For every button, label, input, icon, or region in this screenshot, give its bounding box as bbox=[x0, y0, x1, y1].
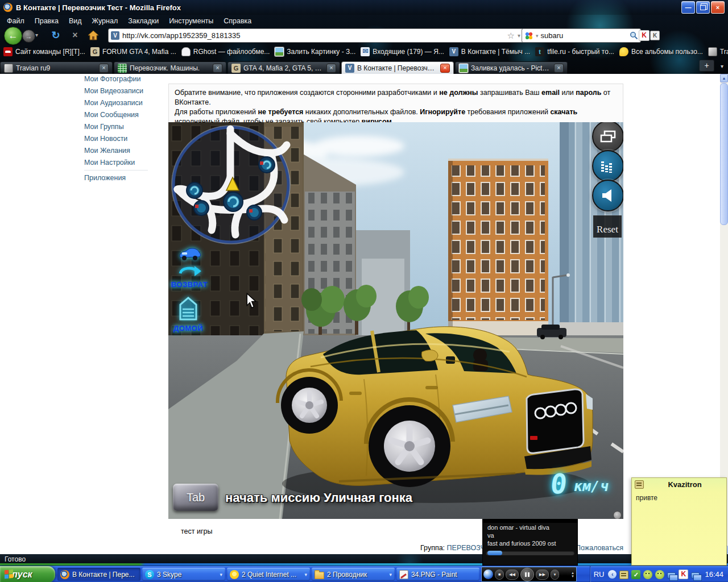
pause-button[interactable] bbox=[520, 568, 534, 581]
search-engine-dropdown-icon[interactable]: ▾ bbox=[536, 33, 539, 39]
taskbar-button[interactable]: 2 Проводник ▾ bbox=[312, 568, 395, 581]
kaspersky-icon[interactable]: K bbox=[639, 30, 650, 41]
tab-list-button[interactable]: ▾ bbox=[717, 61, 727, 72]
tab-close-icon[interactable]: × bbox=[326, 64, 336, 73]
antivirus-shield-icon[interactable]: ✓ bbox=[631, 570, 640, 579]
qip-icon bbox=[230, 570, 239, 579]
minimize-button[interactable]: — bbox=[681, 1, 695, 14]
bookmark-item[interactable]: Сайт команды [R][T]... bbox=[3, 47, 85, 56]
tab[interactable]: Перевозчик. Машины. × bbox=[114, 61, 226, 74]
sidebar-item[interactable]: Мои Новости bbox=[84, 133, 143, 145]
bookmark-item[interactable]: G FORUM GTA 4, Mafia ... bbox=[90, 47, 176, 56]
menu-bar: ФайлПравкаВидЖурналЗакладкиИнструментыСп… bbox=[0, 15, 728, 27]
url-bar[interactable]: V http://vk.com/app1952359_8181335 ☆ ▾ bbox=[108, 28, 523, 43]
home-button[interactable] bbox=[86, 28, 100, 42]
tab[interactable]: Заливка удалась - PictureShack® Хо... × bbox=[455, 61, 568, 74]
search-box[interactable]: ▾ subaru bbox=[522, 28, 641, 43]
tab[interactable]: Travian ru9 × bbox=[0, 61, 113, 74]
tab-close-icon[interactable]: × bbox=[99, 64, 109, 73]
speed-unit: км/ч bbox=[574, 478, 608, 494]
sidebar-item-apps[interactable]: Приложения bbox=[84, 172, 126, 184]
return-button[interactable]: ВОЗВРАТ bbox=[168, 247, 212, 289]
menu-item[interactable]: Правка bbox=[30, 16, 63, 26]
taskbar-button[interactable]: В Контакте | Пере... ▾ bbox=[57, 568, 140, 581]
kaspersky-tray-icon[interactable]: K bbox=[679, 569, 688, 579]
tray-chevron-icon[interactable]: ‹ bbox=[608, 570, 617, 579]
search-input[interactable]: subaru bbox=[541, 31, 627, 40]
bookmark-item[interactable]: RGhost — файлообме... bbox=[181, 47, 270, 56]
menu-item[interactable]: Инструменты bbox=[164, 16, 218, 26]
sidebar-item[interactable]: Мои Видеозаписи bbox=[84, 85, 143, 97]
task-dropdown-icon[interactable]: ▾ bbox=[220, 572, 222, 577]
bookmark-item[interactable]: Все альбомы пользо... bbox=[619, 47, 703, 56]
menu-item[interactable]: Журнал bbox=[88, 16, 123, 26]
home-button[interactable]: ДОМОЙ bbox=[168, 296, 210, 332]
sidebar-item[interactable]: Мои Фотографии bbox=[84, 73, 143, 85]
tab[interactable]: V В Контакте | Перевозчик Тест × bbox=[341, 61, 454, 74]
network-icon[interactable] bbox=[667, 572, 676, 579]
url-dropdown-icon[interactable]: ▾ bbox=[518, 32, 520, 39]
refresh-button[interactable]: ↻ bbox=[49, 28, 63, 42]
bookmark-item[interactable]: V В Контакте | Тёмыч ... bbox=[449, 47, 530, 56]
screen-mode-button[interactable] bbox=[592, 122, 623, 152]
music-player-overlay[interactable]: don omar - virtual divavafast and furiou… bbox=[482, 519, 578, 566]
tab-close-icon[interactable]: × bbox=[440, 64, 450, 73]
sound-button[interactable] bbox=[592, 180, 623, 211]
search-icon[interactable] bbox=[630, 31, 638, 40]
icq-status-icon[interactable] bbox=[655, 570, 664, 579]
restore-button[interactable] bbox=[696, 1, 710, 14]
bookmark-star-icon[interactable]: ☆ bbox=[507, 31, 515, 41]
tab-close-icon[interactable]: × bbox=[554, 64, 564, 73]
scroll-thumb[interactable] bbox=[720, 83, 728, 225]
new-tab-button[interactable]: + bbox=[699, 60, 714, 72]
task-dropdown-icon[interactable]: ▾ bbox=[304, 572, 307, 577]
k-badge-icon[interactable]: K bbox=[650, 31, 660, 40]
sidebar-item[interactable]: Мои Сообщения bbox=[84, 109, 143, 121]
menu-item[interactable]: Вид bbox=[64, 16, 86, 26]
taskbar-button[interactable]: 2 Quiet Internet ... ▾ bbox=[227, 568, 310, 581]
start-button[interactable]: пуск bbox=[0, 566, 55, 582]
scroll-up-button[interactable]: ▲ bbox=[720, 74, 728, 82]
menu-item[interactable]: Закладки bbox=[123, 16, 163, 26]
taskbar-button[interactable]: 34.PNG - Paint ▾ bbox=[396, 568, 479, 581]
menu-item[interactable]: Справка bbox=[219, 16, 256, 26]
forward-button[interactable]: → bbox=[22, 30, 35, 43]
media-player-toolbar[interactable]: ■ ◀◀ ▶▶ ▾ ▲▼ bbox=[481, 567, 577, 582]
history-dropdown-icon[interactable]: ▾ bbox=[35, 32, 38, 38]
sidebar-item[interactable]: Мои Аудиозаписи bbox=[84, 97, 143, 109]
screens-icon bbox=[600, 130, 616, 143]
qip-status-icon[interactable] bbox=[643, 570, 652, 579]
mail-icon: ✉ bbox=[361, 47, 370, 56]
seek-handle[interactable] bbox=[487, 551, 502, 555]
volume-button[interactable]: ▾ bbox=[551, 569, 560, 580]
bookmark-item[interactable]: Залить Картинку - З... bbox=[275, 47, 355, 56]
report-link[interactable]: Пожаловаться bbox=[576, 544, 623, 552]
stop-button[interactable]: × bbox=[68, 28, 82, 42]
next-button[interactable]: ▶▶ bbox=[536, 569, 549, 580]
game-viewport[interactable]: ВОЗВРАТ ДОМОЙ bbox=[168, 122, 623, 519]
previous-button[interactable]: ◀◀ bbox=[506, 569, 519, 580]
bookmark-item[interactable]: t tfile.ru - быстрый то... bbox=[535, 47, 614, 56]
reset-button[interactable]: Reset bbox=[593, 215, 622, 238]
seek-bar[interactable] bbox=[486, 551, 574, 555]
taskbar-button[interactable]: S 3 Skype ▾ bbox=[142, 568, 225, 581]
url-input[interactable]: http://vk.com/app1952359_8181335 bbox=[122, 31, 504, 40]
back-button[interactable]: ← bbox=[4, 27, 22, 45]
menu-item[interactable]: Файл bbox=[2, 16, 29, 26]
sidebar-item[interactable]: Мои Желания bbox=[84, 145, 143, 157]
task-dropdown-icon[interactable]: ▾ bbox=[389, 572, 392, 577]
tab-close-icon[interactable]: × bbox=[213, 64, 222, 73]
music-button[interactable] bbox=[592, 150, 623, 182]
network-icon-2[interactable] bbox=[691, 572, 700, 579]
language-indicator[interactable]: RU bbox=[594, 570, 605, 579]
close-button[interactable]: × bbox=[711, 1, 725, 14]
bookmark-item[interactable]: ✉ Входящие (179) — Я... bbox=[361, 47, 444, 56]
stop-button-media[interactable]: ■ bbox=[495, 569, 504, 580]
message-popup[interactable]: Kvazitron привте bbox=[631, 477, 727, 566]
sidebar-item[interactable]: Мои Группы bbox=[84, 121, 143, 133]
desktop: В Контакте | Перевозчик Тест - Mozilla F… bbox=[0, 0, 728, 582]
bookmark-item[interactable]: Travian ru9 bbox=[708, 47, 728, 56]
tab[interactable]: G GTA 4, Mafia 2, GTA 5, GTA Forum, G...… bbox=[228, 61, 340, 74]
notes-tray-icon[interactable] bbox=[619, 571, 628, 579]
sidebar-item[interactable]: Мои Настройки bbox=[84, 157, 143, 169]
